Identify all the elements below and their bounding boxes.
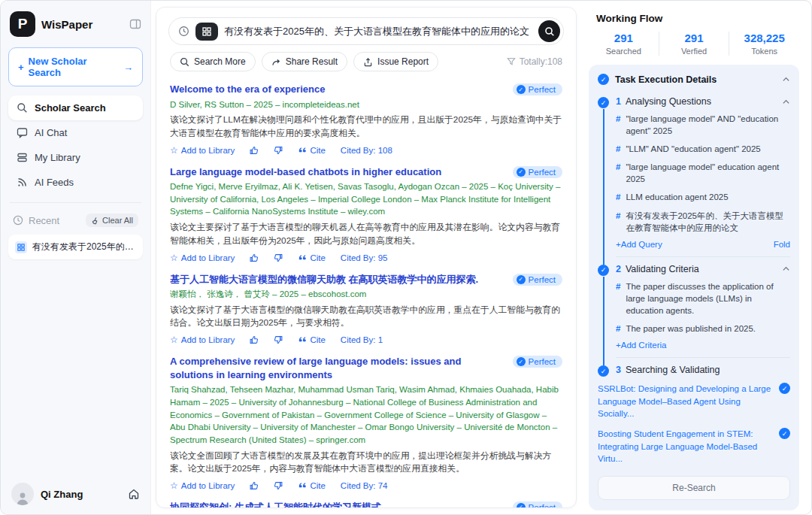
paper-abstract: 该论文主要探讨了基于大语言模型的聊天机器人在高等教育中的应用及其潜在影响。论文内… (170, 221, 562, 247)
star-icon: ☆ (170, 253, 178, 263)
add-to-library-button[interactable]: ☆Add to Library (170, 480, 235, 491)
sidebar-item-label: Scholar Search (35, 102, 106, 114)
add-query-button[interactable]: +Add Query (616, 240, 774, 249)
add-criteria-button[interactable]: +Add Criteria (616, 341, 790, 350)
validated-paper: SSRLBot: Designing and Developing a Larg… (598, 383, 790, 420)
task-details-title: Task Execution Details (615, 74, 776, 85)
app-window: P WisPaper + New Scholar Search → Schola… (0, 0, 812, 515)
check-icon: ✓ (517, 503, 526, 507)
criteria-item: #The paper was published in 2025. (616, 323, 790, 335)
cited-by[interactable]: Cited By: 108 (341, 146, 392, 155)
cited-by[interactable]: Cited By: 95 (341, 253, 388, 262)
search-icon (17, 102, 28, 114)
results-card: 有没有发表于2025年的、关于大语言模型在教育智能体中的应用的论文 Search… (156, 7, 577, 508)
fold-button[interactable]: Fold (774, 240, 790, 249)
thumbs-down-button[interactable] (274, 253, 283, 262)
check-icon: ✓ (517, 168, 526, 177)
totally-label: Totally:108 (520, 56, 562, 67)
step-analysing-questions: ✓ 1 Analysing Questions #"large language… (598, 96, 790, 257)
report-icon (363, 57, 373, 67)
search-mode-badge[interactable] (195, 23, 218, 41)
step-header[interactable]: 3 Searching & Validating (616, 365, 790, 375)
funnel-icon (507, 57, 516, 66)
cited-by[interactable]: Cited By: 1 (341, 335, 383, 344)
filter-total[interactable]: Totally:108 (507, 56, 562, 67)
collapse-sidebar-icon[interactable] (129, 18, 141, 30)
result-entry: Welcome to the era of experience ✓Perfec… (168, 77, 564, 160)
paper-authors: D Silver, RS Sutton – 2025 – incompletei… (170, 98, 562, 111)
star-icon: ☆ (170, 480, 178, 491)
validated-paper-link[interactable]: Boosting Student Engagement in STEM: Int… (598, 428, 773, 465)
workflow-title: Working Flow (589, 10, 799, 32)
chevron-up-icon[interactable] (782, 265, 790, 273)
query-item: #有没有发表于2025年的、关于大语言模型在教育智能体中的应用的论文 (616, 210, 790, 234)
paper-title[interactable]: Large language model-based chatbots in h… (170, 165, 505, 179)
workflow-panel: Working Flow 291 Searched 291 Verfied 32… (586, 1, 811, 514)
thumbs-down-button[interactable] (274, 335, 283, 344)
share-result-button[interactable]: Share Result (262, 52, 347, 71)
thumbs-up-button[interactable] (250, 146, 259, 155)
sidebar-item-ai-feeds[interactable]: AI Feeds (8, 170, 143, 195)
new-scholar-search-button[interactable]: + New Scholar Search → (8, 47, 143, 86)
plus-icon: + (18, 62, 24, 73)
divider (616, 256, 790, 257)
cite-button[interactable]: Cite (298, 481, 325, 490)
check-icon: ✓ (598, 97, 609, 108)
cited-by[interactable]: Cited By: 74 (341, 481, 388, 490)
validated-paper-link[interactable]: SSRLBot: Designing and Developing a Larg… (598, 383, 773, 420)
search-more-button[interactable]: Search More (170, 52, 256, 71)
sidebar-item-scholar-search[interactable]: Scholar Search (8, 95, 143, 120)
add-to-library-button[interactable]: ☆Add to Library (170, 335, 235, 345)
search-more-label: Search More (194, 56, 246, 67)
add-to-library-button[interactable]: ☆Add to Library (170, 145, 235, 156)
check-icon: ✓ (598, 74, 609, 85)
paper-abstract: 该论文探讨了LLM在解决物理问题和个性化教育代理中的应用，且出版于2025年，与… (170, 114, 562, 140)
check-icon: ✓ (517, 357, 526, 366)
task-details-header[interactable]: ✓ Task Execution Details (598, 74, 790, 89)
paper-title[interactable]: Welcome to the era of experience (170, 83, 505, 96)
sidebar-item-label: AI Feeds (35, 177, 74, 188)
hash-icon: # (616, 161, 620, 185)
issue-report-button[interactable]: Issue Report (353, 52, 438, 71)
step-validating-criteria: ✓ 2 Validating Criteria #The paper discu… (598, 264, 790, 358)
paper-actions: ☆Add to Library Cite Cited By: 108 (170, 145, 562, 156)
thumbs-up-button[interactable] (250, 335, 259, 344)
step-header[interactable]: 2 Validating Criteria (616, 264, 790, 274)
history-icon[interactable] (178, 26, 189, 37)
re-search-button[interactable]: Re-Search (598, 476, 790, 500)
query-item: #"large language model" AND "education a… (616, 113, 790, 137)
add-to-library-button[interactable]: ☆Add to Library (170, 253, 235, 263)
thumbs-up-button[interactable] (250, 481, 259, 490)
search-query[interactable]: 有没有发表于2025年的、关于大语言模型在教育智能体中的应用的论文 (224, 25, 532, 38)
query-item: #"large language model" education agent … (616, 161, 790, 185)
rss-icon (17, 177, 28, 188)
sidebar: P WisPaper + New Scholar Search → Schola… (1, 1, 151, 514)
home-icon[interactable] (128, 488, 140, 500)
clear-all-label: Clear All (102, 216, 133, 225)
search-bar[interactable]: 有没有发表于2025年的、关于大语言模型在教育智能体中的应用的论文 (168, 17, 564, 45)
user-name: Qi Zhang (41, 489, 121, 500)
cite-button[interactable]: Cite (298, 253, 325, 262)
cite-button[interactable]: Cite (298, 335, 325, 344)
paper-title[interactable]: A comprehensive review of large language… (170, 355, 505, 381)
thumbs-up-button[interactable] (250, 253, 259, 262)
sidebar-item-my-library[interactable]: My Library (8, 145, 143, 170)
paper-title[interactable]: 协同探究智创: 生成式人工智能时代的学习新模式 (170, 501, 505, 507)
search-button[interactable] (538, 20, 560, 42)
hash-icon: # (616, 323, 620, 335)
check-icon: ✓ (598, 265, 609, 276)
sidebar-item-ai-chat[interactable]: AI Chat (8, 120, 143, 145)
step-header[interactable]: 1 Analysing Questions (616, 96, 790, 107)
query-item: #LLM education agent 2025 (616, 191, 790, 203)
divider (616, 357, 790, 358)
clear-all-button[interactable]: Clear All (86, 214, 138, 227)
chevron-up-icon[interactable] (782, 98, 790, 106)
chevron-up-icon[interactable] (782, 75, 790, 83)
paper-title[interactable]: 基于人工智能大语言模型的微信聊天助教 在高职英语教学中的应用探索. (170, 273, 505, 286)
results-list: Welcome to the era of experience ✓Perfec… (168, 77, 564, 507)
thumbs-down-button[interactable] (274, 481, 283, 490)
thumbs-down-button[interactable] (274, 146, 283, 155)
cite-button[interactable]: Cite (298, 146, 325, 155)
recent-query-item[interactable]: 有没有发表于2025年的、关于大语言 (8, 235, 143, 259)
criteria-item: #The paper discusses the application of … (616, 280, 790, 317)
